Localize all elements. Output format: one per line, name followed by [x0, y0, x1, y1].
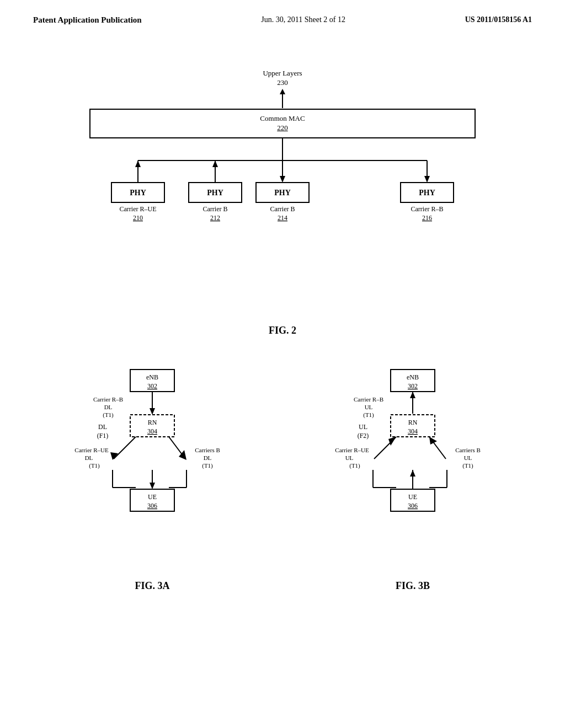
svg-text:DL: DL [98, 423, 107, 431]
svg-text:212: 212 [210, 214, 220, 222]
fig3a-caption: FIG. 3A [135, 580, 170, 592]
header-date-sheet: Jun. 30, 2011 Sheet 2 of 12 [261, 15, 345, 24]
svg-text:DL: DL [204, 454, 212, 461]
svg-text:UL: UL [365, 404, 373, 410]
header-patent-number: US 2011/0158156 A1 [465, 15, 532, 24]
svg-text:eNB: eNB [407, 373, 419, 381]
svg-text:RN: RN [408, 419, 418, 426]
svg-text:Carrier R–B: Carrier R–B [411, 205, 444, 213]
svg-text:214: 214 [278, 214, 287, 222]
svg-marker-11 [424, 176, 430, 183]
svg-text:PHY: PHY [274, 189, 291, 197]
svg-text:UE: UE [408, 493, 417, 501]
svg-text:(T1): (T1) [462, 462, 473, 469]
svg-text:PHY: PHY [207, 189, 223, 197]
svg-text:216: 216 [422, 214, 432, 222]
svg-text:306: 306 [147, 502, 157, 510]
svg-text:304: 304 [408, 427, 418, 435]
svg-text:UL: UL [345, 454, 354, 461]
svg-text:(T1): (T1) [103, 411, 114, 419]
svg-marker-0 [280, 89, 285, 94]
upper-layers: Upper Layers 230 [263, 69, 302, 109]
fig3a-svg: eNB 302 Carrier R–B DL (T1) RN 304 DL (F… [64, 364, 241, 568]
fig2-phy-diagram: PHY PHY PHY PHY Carrier R–UE 210 Carrier… [89, 138, 476, 315]
svg-text:RN: RN [148, 419, 157, 426]
upper-layers-label: Upper Layers 230 [263, 69, 302, 88]
page-header: Patent Application Publication Jun. 30, … [0, 0, 565, 25]
svg-text:(F2): (F2) [358, 432, 369, 440]
svg-marker-32 [150, 408, 155, 415]
svg-line-41 [114, 437, 136, 459]
svg-marker-64 [410, 392, 415, 398]
svg-text:Carrier R–UE: Carrier R–UE [335, 447, 369, 453]
svg-marker-5 [135, 160, 141, 167]
fig3b-svg: eNB 302 Carrier R–B UL (T1) RN 304 UL (F… [324, 364, 501, 568]
svg-text:Carriers B: Carriers B [195, 447, 220, 453]
svg-text:eNB: eNB [146, 373, 158, 381]
svg-text:210: 210 [133, 214, 143, 222]
svg-text:302: 302 [408, 382, 418, 390]
svg-text:Carrier R–UE: Carrier R–UE [74, 447, 109, 453]
fig3a-diagram: eNB 302 Carrier R–B DL (T1) RN 304 DL (F… [64, 364, 241, 592]
svg-marker-7 [212, 160, 218, 167]
svg-text:Carrier R–UE: Carrier R–UE [120, 205, 157, 213]
common-mac-box: Common MAC 220 [89, 109, 476, 138]
svg-marker-74 [388, 437, 396, 446]
svg-marker-76 [429, 437, 437, 445]
svg-text:Carrier B: Carrier B [203, 205, 228, 213]
svg-text:Carriers B: Carriers B [455, 447, 481, 453]
svg-text:306: 306 [408, 502, 418, 510]
header-publication-type: Patent Application Publication [33, 15, 142, 25]
svg-text:(T1): (T1) [89, 462, 100, 469]
svg-text:DL: DL [104, 404, 113, 410]
svg-text:(T1): (T1) [363, 411, 374, 419]
fig2-caption: FIG. 2 [269, 325, 296, 336]
fig3b-diagram: eNB 302 Carrier R–B UL (T1) RN 304 UL (F… [324, 364, 501, 592]
svg-text:Carrier R–B: Carrier R–B [354, 396, 383, 403]
svg-rect-1 [282, 94, 283, 108]
upper-layers-arrow [277, 88, 288, 109]
fig3-row: eNB 302 Carrier R–B DL (T1) RN 304 DL (F… [0, 364, 565, 592]
svg-text:UL: UL [359, 423, 367, 431]
fig2-section: Upper Layers 230 C [0, 25, 565, 347]
svg-text:UE: UE [148, 493, 157, 501]
svg-text:(T1): (T1) [202, 462, 213, 469]
svg-text:304: 304 [147, 427, 157, 435]
svg-text:PHY: PHY [419, 189, 435, 197]
fig2-diagram: Upper Layers 230 C [33, 69, 532, 336]
svg-text:(T1): (T1) [349, 462, 360, 469]
svg-marker-9 [280, 176, 285, 183]
svg-marker-52 [150, 483, 155, 489]
svg-text:(F1): (F1) [97, 432, 109, 440]
svg-marker-84 [410, 470, 415, 477]
svg-text:UL: UL [464, 454, 472, 461]
svg-text:Carrier B: Carrier B [270, 205, 295, 213]
svg-text:DL: DL [85, 454, 93, 461]
svg-text:302: 302 [147, 382, 157, 390]
fig3b-caption: FIG. 3B [396, 580, 430, 592]
svg-text:PHY: PHY [130, 189, 146, 197]
svg-text:Carrier R–B: Carrier R–B [93, 396, 123, 403]
